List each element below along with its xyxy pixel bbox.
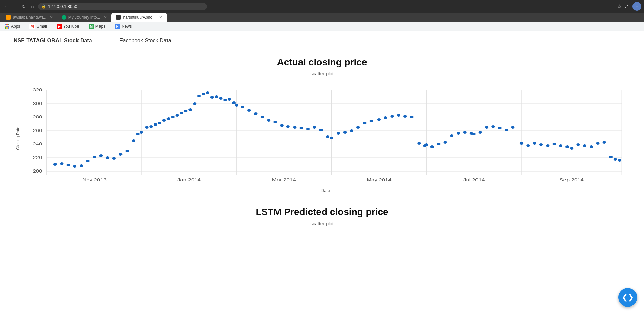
- svg-point-34: [99, 154, 103, 157]
- svg-point-32: [86, 160, 89, 162]
- page-nav-facebook[interactable]: Facebook Stock Data: [106, 31, 185, 50]
- bookmark-maps-label: Maps: [95, 24, 105, 29]
- bookmark-gmail-label: Gmail: [36, 24, 47, 29]
- svg-point-33: [93, 156, 96, 158]
- bookmark-maps[interactable]: M Maps: [87, 23, 107, 30]
- reload-button[interactable]: ↻: [20, 3, 27, 10]
- svg-point-84: [370, 120, 373, 122]
- page-nav-tata[interactable]: NSE-TATAGLOBAL Stock Data: [0, 31, 106, 50]
- svg-point-78: [330, 137, 333, 139]
- svg-point-65: [247, 109, 251, 112]
- page-content: NSE-TATAGLOBAL Stock Data Facebook Stock…: [0, 31, 644, 317]
- svg-text:240: 240: [32, 141, 42, 146]
- svg-point-87: [390, 115, 394, 118]
- svg-point-85: [377, 118, 381, 121]
- svg-point-99: [463, 131, 466, 134]
- home-button[interactable]: ⌂: [29, 3, 36, 10]
- svg-text:280: 280: [32, 114, 42, 119]
- bookmark-gmail[interactable]: M Gmail: [27, 23, 49, 30]
- svg-point-119: [590, 145, 593, 148]
- svg-point-75: [313, 126, 316, 129]
- svg-point-66: [254, 112, 257, 115]
- svg-point-105: [498, 127, 501, 129]
- bookmark-star-button[interactable]: ☆: [617, 3, 622, 10]
- svg-point-112: [546, 144, 549, 147]
- svg-point-113: [552, 143, 556, 145]
- svg-point-68: [267, 119, 270, 122]
- main-container: Actual closing price scatter plot Closin…: [0, 50, 644, 240]
- svg-point-50: [180, 112, 183, 114]
- svg-point-36: [112, 157, 116, 160]
- svg-point-111: [539, 143, 543, 146]
- svg-point-106: [505, 129, 508, 131]
- svg-point-63: [235, 104, 238, 107]
- svg-point-124: [618, 159, 621, 162]
- svg-text:May 2014: May 2014: [367, 177, 391, 182]
- forward-button[interactable]: →: [12, 3, 18, 10]
- bookmark-youtube[interactable]: ▶ YouTube: [54, 23, 81, 30]
- tab-favicon-awslabs: [6, 15, 11, 20]
- page-nav: NSE-TATAGLOBAL Stock Data Facebook Stock…: [0, 31, 644, 50]
- svg-point-38: [125, 150, 129, 152]
- svg-point-42: [145, 126, 148, 129]
- svg-point-61: [228, 98, 231, 101]
- profile-avatar[interactable]: H: [632, 2, 641, 11]
- svg-point-115: [565, 145, 569, 148]
- svg-point-93: [425, 143, 428, 146]
- tab-awslabs[interactable]: awslabs/handwri... ✕: [2, 13, 57, 22]
- actual-price-section: Actual closing price scatter plot Closin…: [14, 57, 630, 193]
- svg-point-67: [261, 116, 264, 118]
- tab-close-myjourney[interactable]: ✕: [104, 15, 107, 20]
- svg-point-74: [306, 128, 310, 130]
- bookmark-apps[interactable]: Apps: [3, 23, 22, 29]
- svg-point-51: [184, 110, 187, 112]
- svg-point-55: [202, 93, 205, 95]
- svg-point-101: [472, 133, 476, 135]
- svg-point-107: [511, 126, 514, 129]
- svg-point-37: [119, 153, 122, 156]
- svg-point-91: [417, 142, 421, 145]
- svg-text:200: 200: [32, 168, 42, 174]
- svg-point-88: [397, 114, 400, 117]
- svg-point-35: [106, 156, 109, 159]
- browser-right-controls: ☆ ⛭ H: [617, 2, 641, 11]
- actual-y-label: Closing Rate: [14, 127, 20, 150]
- apps-icon: [5, 24, 9, 29]
- svg-point-73: [300, 127, 303, 129]
- svg-point-80: [343, 131, 347, 134]
- svg-point-70: [280, 124, 284, 127]
- address-bar[interactable]: 🔒 127.0.0.1:8050: [38, 3, 207, 10]
- bookmark-news[interactable]: N News: [113, 23, 134, 30]
- tab-harshtikuu[interactable]: harshtikuu/Abno... ✕: [111, 13, 167, 22]
- svg-text:Nov 2013: Nov 2013: [82, 177, 107, 182]
- svg-point-76: [319, 129, 323, 131]
- actual-x-label: Date: [20, 188, 630, 193]
- svg-point-109: [526, 144, 530, 147]
- svg-point-30: [73, 165, 76, 168]
- svg-point-114: [559, 144, 562, 147]
- svg-point-86: [384, 116, 387, 119]
- svg-point-102: [479, 131, 482, 134]
- news-favicon: N: [115, 24, 120, 29]
- back-button[interactable]: ←: [3, 3, 9, 10]
- maps-favicon: M: [89, 24, 94, 29]
- account-button[interactable]: ⛭: [624, 3, 630, 9]
- actual-chart-inner: 320 300 280 260 240 220 200 Nov 2013 Jan…: [20, 83, 630, 193]
- tab-close-awslabs[interactable]: ✕: [50, 15, 53, 20]
- svg-point-40: [136, 133, 140, 135]
- svg-point-69: [273, 121, 277, 123]
- svg-point-39: [132, 139, 135, 142]
- browser-chrome: ← → ↻ ⌂ 🔒 127.0.0.1:8050 ☆ ⛭ H awslabs/h…: [0, 0, 644, 31]
- nav-arrow-button[interactable]: ❮❯: [618, 288, 637, 307]
- svg-point-77: [326, 135, 329, 138]
- tab-myjourney[interactable]: My Journey into... ✕: [58, 13, 111, 22]
- tab-label-harshtikuu: harshtikuu/Abno...: [123, 15, 156, 20]
- tabs-bar: awslabs/handwri... ✕ My Journey into... …: [0, 13, 644, 22]
- svg-point-47: [167, 117, 170, 120]
- tab-close-harshtikuu[interactable]: ✕: [159, 15, 162, 20]
- svg-point-31: [80, 164, 83, 167]
- tab-label-awslabs: awslabs/handwri...: [13, 15, 46, 20]
- svg-text:220: 220: [32, 155, 42, 160]
- svg-point-64: [241, 106, 244, 108]
- lstm-title: LSTM Predicted closing price: [14, 207, 630, 218]
